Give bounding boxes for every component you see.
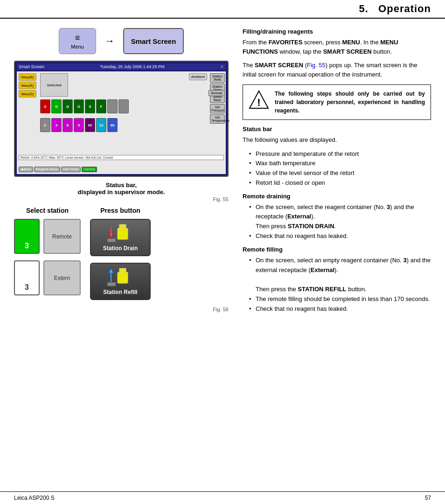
page-number: 57 (425, 495, 431, 501)
ss-title-left: Smart Screen (19, 64, 44, 69)
bottle-magenta-4[interactable]: 00 (85, 118, 95, 132)
status-bullet-4: Retort lid - closed or open (249, 178, 431, 188)
wax-btn-2[interactable]: Wax(R) (19, 82, 36, 89)
station-green-btn[interactable]: 3 (14, 219, 40, 254)
caption-line2: displayed in supervisor mode. (77, 189, 165, 196)
bottle-dkgreen-1[interactable]: G (63, 99, 73, 113)
ss-close-icon[interactable]: ✕ (220, 64, 224, 69)
extern-btn[interactable]: Extern (43, 260, 81, 295)
bottle-gray-2[interactable] (118, 99, 129, 113)
refill-svg-icon (106, 267, 134, 287)
station-row-1: 3 Remote (14, 219, 81, 254)
select-station-col: Select station 3 Remote 3 Exte (14, 207, 81, 307)
filling-para1: From the FAVORITES screen, press MENU. I… (243, 38, 431, 56)
press-title: Press button (90, 207, 151, 214)
page-footer: Leica ASP200 S 57 (0, 491, 445, 504)
status-bullet-1: Pressure and temperature of the retort (249, 149, 431, 159)
remote-draining-bullet-2: Check that no reagent has leaked. (249, 231, 431, 241)
bottle-dkgreen-4[interactable]: F (96, 99, 106, 113)
bottle-cyan-1[interactable]: 12 (96, 118, 106, 132)
station-section: Select station 3 Remote 3 Exte (14, 207, 229, 307)
menu-functions-bold: MENU FUNCTIONS (243, 39, 398, 55)
product-label: Leica ASP200 S (14, 495, 55, 501)
station-drain-button[interactable]: Station Drain (90, 219, 151, 256)
bottle-gray-1[interactable] (107, 99, 118, 113)
warning-box: ! The following steps should only be car… (243, 84, 431, 120)
camera-btn[interactable]: Camera (82, 167, 97, 172)
press-button-col: Press button (90, 207, 151, 307)
wax-btn-3[interactable]: Wax(D) (19, 90, 36, 98)
chapter-title: 5. Operation (359, 3, 431, 15)
svg-marker-7 (109, 268, 113, 273)
bottle-magenta-1[interactable]: 4 (51, 118, 62, 132)
svg-rect-5 (119, 268, 126, 272)
smart-screen-bold2: SMART SCREEN (255, 62, 303, 69)
status-bar-intro: The following values are displayed. (243, 135, 431, 145)
selected-box[interactable]: Selected (40, 73, 68, 97)
fig55-number: Fig. 55 (14, 196, 229, 202)
svg-rect-6 (118, 272, 128, 283)
smart-screen-container: Smart Screen Tuesday, 25 July 2006 1:44:… (14, 61, 229, 177)
select-title: Select station (14, 207, 81, 214)
bottle-red-1[interactable]: 0 (40, 99, 50, 113)
left-column: ≡ Menu → Smart Screen Smart Screen Tuesd… (14, 28, 229, 319)
bottle-dkgreen-3[interactable]: 8 (85, 99, 95, 113)
status-bullet-3: Value of the level sensor of the retort (249, 168, 431, 178)
remote-draining-bullet-1: On the screen, select the reagent contai… (249, 203, 431, 231)
ambient-label: Ambient (189, 73, 207, 80)
bottle-blue-1[interactable]: 96 (107, 118, 118, 132)
filling-heading: Filling/draining reagents (243, 28, 431, 35)
remote-btn[interactable]: Remote (43, 219, 81, 254)
start-timer-btn[interactable]: Start Timer (61, 167, 81, 172)
set-pressure-small[interactable]: Set Pressure (210, 104, 225, 113)
menu-icon: ≡ (75, 33, 80, 43)
status-bar-list: Pressure and temperature of the retort W… (249, 149, 431, 188)
svg-rect-9 (107, 282, 116, 286)
bottle-dkgreen-2[interactable]: G (74, 99, 84, 113)
svg-rect-1 (118, 228, 128, 239)
station-refill-small[interactable]: Station Refill (210, 73, 225, 83)
warning-triangle-icon: ! (249, 90, 269, 110)
status-bullet-2: Wax bath temperature (249, 159, 431, 168)
svg-marker-2 (109, 233, 113, 238)
svg-rect-4 (107, 238, 116, 242)
remote-filling-heading: Remote filling (243, 246, 431, 253)
remote-draining-heading: Remote draining (243, 193, 431, 200)
ss-status-bar: Retort: 0 kPa 20°C Wax: 60°C Level senso… (19, 155, 224, 160)
smart-screen-titlebar: Smart Screen Tuesday, 25 July 2006 1:44:… (17, 63, 226, 70)
svg-text:!: ! (257, 97, 260, 108)
station-white-btn[interactable]: 3 (14, 260, 40, 295)
station-refill-button[interactable]: Station Refill (90, 263, 151, 300)
filling-para2: The SMART SCREEN (Fig. 55) pops up. The … (243, 61, 431, 79)
remote-filling-bullet-2: The remote filling should be completed i… (249, 294, 431, 304)
menu-bold: MENU (342, 39, 360, 46)
smart-screen-body: Wax(R) Wax(R) Wax(D) Selected Ambient St… (17, 71, 226, 174)
station-drain-label: Station Drain (103, 245, 138, 252)
favorites-bold: FAVORITES (269, 39, 303, 46)
remote-filling-bullet-1: On the screen, select an empty reagent c… (249, 256, 431, 294)
set-temp-small[interactable]: Set Temperature (210, 114, 225, 124)
station-refill-label: Station Refill (103, 289, 137, 295)
status-bar-heading: Status bar (243, 126, 431, 133)
caption-line1: Status bar, (106, 182, 137, 189)
press-row-2: Station Refill (90, 263, 151, 300)
bottle-magenta-3[interactable]: 9 (74, 118, 84, 132)
remote-draining-list: On the screen, select the reagent contai… (249, 203, 431, 241)
bottle-green-1[interactable]: G (51, 99, 62, 113)
nav-arrow-row: ≡ Menu → Smart Screen (14, 28, 229, 54)
menu-label: Menu (71, 44, 84, 49)
press-row-1: Station Drain (90, 219, 151, 256)
drain-svg-icon (106, 224, 134, 243)
reagent-status-btn[interactable]: Reagent Status (34, 167, 60, 172)
bottle-g-1[interactable]: C (40, 118, 50, 132)
warning-text: The following steps should only be carri… (275, 90, 425, 115)
svg-rect-0 (119, 224, 126, 228)
remote-label: Remote (209, 90, 225, 96)
bottle-magenta-2[interactable]: 8 (63, 118, 73, 132)
wax-btn-1[interactable]: Wax(R) (19, 73, 36, 81)
main-content: ≡ Menu → Smart Screen Smart Screen Tuesd… (0, 19, 445, 347)
right-column: Filling/draining reagents From the FAVOR… (243, 28, 431, 319)
back-btn[interactable]: ◀ Back (19, 167, 33, 172)
smart-screen-bold: SMART SCREEN (323, 48, 372, 55)
arrow-icon: → (104, 35, 115, 47)
